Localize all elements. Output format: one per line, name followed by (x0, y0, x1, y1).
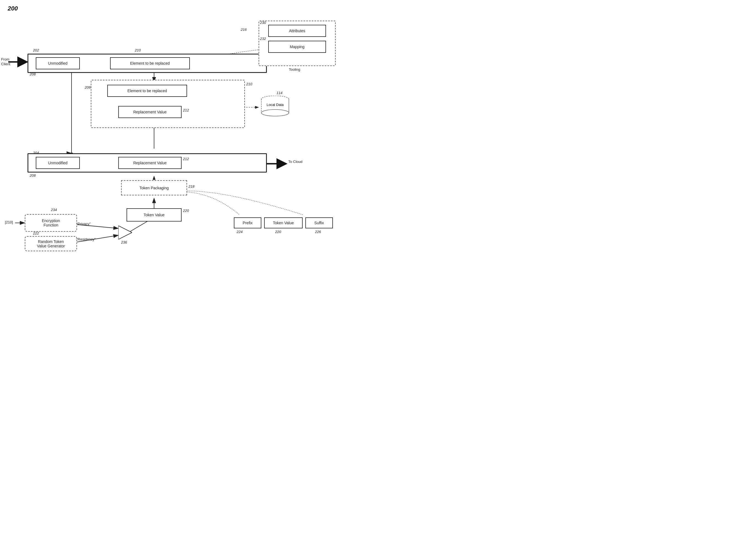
element-top-box: Element to be replaced (110, 57, 190, 70)
attributes-box: Attributes (268, 25, 326, 37)
selector-triangle (118, 226, 132, 239)
replacement-bot-box: Replacement Value (118, 157, 182, 169)
svg-marker-18 (118, 226, 132, 239)
replacement-mid-box: Replacement Value (118, 106, 182, 118)
mapping-box: Mapping (268, 41, 326, 53)
prefix-box: Prefix (234, 218, 261, 229)
encryption-box: Encryption Function (25, 214, 77, 232)
local-data-label: Local Data (261, 103, 289, 107)
svg-point-23 (261, 110, 289, 116)
local-data-area: Local Data (259, 96, 292, 119)
element-mid-box: Element to be replaced (107, 85, 187, 97)
token-packaging-box: Token Packaging (121, 180, 187, 195)
unmodified-bot-box: Unmodified (36, 157, 80, 169)
unmodified-top-box: Unmodified (36, 57, 80, 70)
token-value-pkg-box: Token Value (264, 218, 303, 229)
suffix-box: Suffix (305, 218, 333, 229)
diagram-number: 200 (8, 5, 18, 12)
token-value-box: Token Value (127, 208, 182, 222)
random-token-box: Random Token Value Generator (25, 236, 77, 251)
